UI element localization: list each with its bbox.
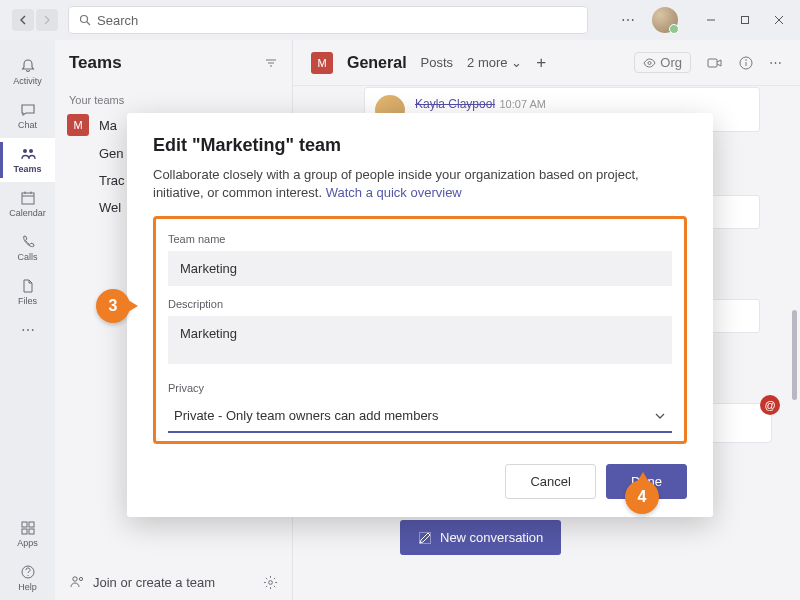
chevron-down-icon	[654, 412, 666, 420]
edit-team-dialog: Edit "Marketing" team Collaborate closel…	[127, 113, 713, 517]
cancel-button[interactable]: Cancel	[505, 464, 595, 499]
privacy-select[interactable]: Private - Only team owners can add membe…	[168, 400, 672, 433]
privacy-label: Privacy	[168, 382, 672, 394]
watch-overview-link[interactable]: Watch a quick overview	[326, 185, 462, 200]
description-label: Description	[168, 298, 672, 310]
description-input[interactable]	[168, 316, 672, 364]
team-name-input[interactable]	[168, 251, 672, 286]
annotation-callout-3: 3	[96, 289, 130, 323]
dialog-title: Edit "Marketing" team	[153, 135, 687, 156]
team-name-label: Team name	[168, 233, 672, 245]
dialog-description: Collaborate closely with a group of peop…	[153, 166, 687, 202]
annotation-callout-4: 4	[625, 480, 659, 514]
form-highlight-box: Team name Description Privacy Private - …	[153, 216, 687, 444]
